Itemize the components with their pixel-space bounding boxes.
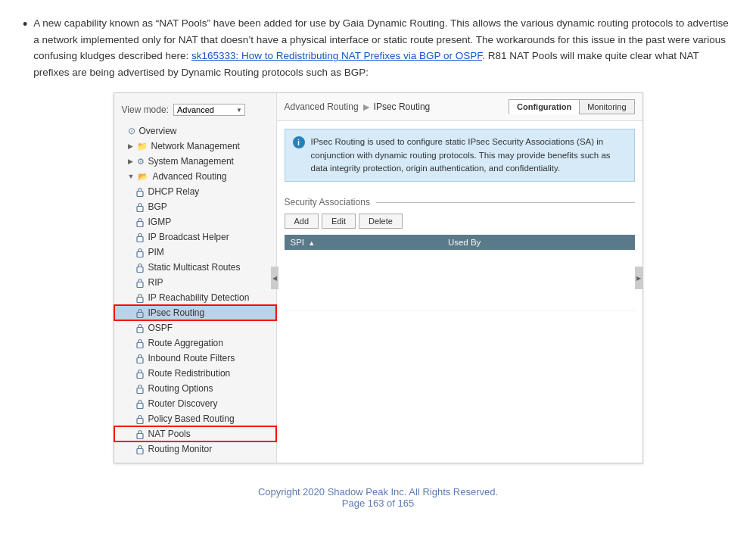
sidebar-label-ip-reachability-detection: IP Reachability Detection: [148, 292, 250, 303]
info-box: i IPsec Routing is used to configure sta…: [285, 129, 635, 182]
svg-rect-3: [137, 236, 143, 242]
svg-rect-6: [137, 282, 143, 287]
footer-line2: Page 163 of 165: [23, 498, 733, 509]
sidebar-item-overview[interactable]: ⊙ Overview: [114, 123, 276, 139]
sidebar-item-policy-based-routing[interactable]: Policy Based Routing: [114, 411, 276, 426]
lock-icon-igmp: [135, 217, 145, 227]
expand-icon-system: ▶: [128, 158, 133, 165]
view-mode-select-wrapper: Advanced: [173, 104, 245, 116]
svg-rect-16: [137, 433, 143, 438]
svg-rect-7: [137, 297, 143, 302]
sidebar-collapse-arrow[interactable]: ◀: [271, 267, 278, 289]
svg-rect-14: [137, 403, 143, 408]
gear-icon-system: ⚙: [137, 157, 145, 167]
lock-icon-dhcp: [135, 187, 145, 197]
sidebar-label-network-management: Network Management: [151, 141, 240, 151]
right-panel: Advanced Routing ▶ IPsec Routing Configu…: [277, 93, 642, 463]
section-divider: [376, 202, 635, 203]
svg-rect-5: [137, 267, 143, 272]
sidebar-item-dhcp-relay[interactable]: DHCP Relay: [114, 184, 276, 199]
sidebar-item-route-aggregation[interactable]: Route Aggregation: [114, 335, 276, 351]
expand-icon-advanced-routing: ▼: [128, 173, 135, 180]
lock-icon-ipsec-routing: [135, 308, 145, 318]
svg-rect-13: [137, 388, 143, 393]
sidebar-label-bgp: BGP: [148, 201, 167, 212]
add-button[interactable]: Add: [285, 214, 319, 229]
paragraph-text: A new capability known as “NAT Pools” ha…: [33, 15, 733, 80]
sidebar-item-igmp[interactable]: IGMP: [114, 214, 276, 229]
sidebar-item-router-discovery[interactable]: Router Discovery: [114, 396, 276, 411]
sidebar-item-route-redistribution[interactable]: Route Redistribution: [114, 366, 276, 381]
info-text: IPsec Routing is used to configure stati…: [311, 136, 627, 175]
sidebar-label-ipsec-routing: IPsec Routing: [148, 307, 205, 318]
sidebar-label-igmp: IGMP: [148, 217, 172, 227]
folder-icon-advanced-routing: 📂: [138, 172, 148, 182]
folder-icon-network: 📁: [137, 142, 148, 151]
svg-rect-11: [137, 357, 143, 363]
sidebar-item-static-multicast-routes[interactable]: Static Multicast Routes: [114, 260, 276, 275]
lock-icon-routing-monitor: [135, 445, 145, 454]
sidebar-item-bgp[interactable]: BGP: [114, 199, 276, 214]
col-header-spi[interactable]: SPI ▲: [285, 235, 442, 250]
svg-rect-1: [137, 206, 143, 211]
view-mode-row: View mode: Advanced: [114, 99, 276, 123]
edit-button[interactable]: Edit: [322, 214, 356, 229]
action-buttons: Add Edit Delete: [285, 214, 635, 229]
section-title-row: Security Associations: [285, 197, 635, 207]
configuration-button[interactable]: Configuration: [509, 99, 579, 114]
sidebar-label-static-multicast-routes: Static Multicast Routes: [148, 262, 241, 273]
sidebar-item-ipsec-routing[interactable]: IPsec Routing: [114, 305, 276, 320]
ui-screenshot: ◀ View mode: Advanced ⊙ Overview ▶ 📁: [114, 92, 643, 463]
lock-icon-route-aggregation: [135, 338, 145, 348]
page-footer: Copyright 2020 Shadow Peak Inc. All Righ…: [23, 486, 733, 524]
sidebar-item-routing-options[interactable]: Routing Options: [114, 381, 276, 396]
sidebar-label-advanced-routing: Advanced Routing: [152, 171, 226, 182]
sidebar-label-router-discovery: Router Discovery: [148, 398, 218, 409]
svg-rect-15: [137, 418, 143, 423]
sort-arrow-spi: ▲: [308, 239, 315, 247]
sidebar-label-routing-monitor: Routing Monitor: [148, 444, 213, 454]
sidebar-item-rip[interactable]: RIP: [114, 275, 276, 290]
view-mode-select[interactable]: Advanced: [173, 104, 245, 116]
lock-icon-router-discovery: [135, 399, 145, 409]
sidebar-item-ip-broadcast-helper[interactable]: IP Broadcast Helper: [114, 229, 276, 245]
sidebar-label-nat-pools: NAT Pools: [148, 429, 191, 439]
right-collapse-arrow[interactable]: ▶: [635, 267, 642, 289]
bullet-dot: •: [23, 15, 27, 80]
lock-icon-pim: [135, 248, 145, 257]
sidebar-item-ospf[interactable]: OSPF: [114, 320, 276, 335]
sidebar-label-route-aggregation: Route Aggregation: [148, 338, 223, 348]
monitoring-button[interactable]: Monitoring: [579, 99, 634, 114]
svg-rect-0: [137, 191, 143, 196]
lock-icon-ospf: [135, 323, 145, 333]
sidebar-label-pim: PIM: [148, 247, 164, 257]
sidebar-item-ip-reachability-detection[interactable]: IP Reachability Detection: [114, 290, 276, 305]
breadcrumb-part1: Advanced Routing: [285, 101, 359, 112]
sidebar-label-policy-based-routing: Policy Based Routing: [148, 413, 235, 424]
lock-icon-ip-broadcast: [135, 232, 145, 242]
sidebar-item-advanced-routing[interactable]: ▼ 📂 Advanced Routing: [114, 169, 276, 184]
sidebar-item-inbound-route-filters[interactable]: Inbound Route Filters: [114, 351, 276, 366]
sidebar-item-pim[interactable]: PIM: [114, 245, 276, 260]
lock-icon-policy-based-routing: [135, 414, 145, 424]
sidebar-label-overview: Overview: [139, 126, 177, 136]
delete-button[interactable]: Delete: [359, 214, 403, 229]
lock-icon-static-multicast: [135, 263, 145, 273]
lock-icon-route-redistribution: [135, 369, 145, 379]
sidebar-item-nat-pools[interactable]: NAT Pools: [114, 426, 276, 441]
sidebar-item-system-management[interactable]: ▶ ⚙ System Management: [114, 154, 276, 169]
sidebar-item-routing-monitor[interactable]: Routing Monitor: [114, 441, 276, 457]
table-empty-row: [285, 250, 635, 310]
svg-rect-8: [137, 312, 143, 317]
view-mode-label: View mode:: [122, 104, 169, 115]
security-associations-section: Security Associations Add Edit Delete SP…: [277, 189, 642, 311]
security-associations-table: SPI ▲ Used By: [285, 235, 635, 311]
svg-rect-9: [137, 327, 143, 332]
main-content-text: • A new capability known as “NAT Pools” …: [23, 15, 733, 80]
sidebar-label-ospf: OSPF: [148, 323, 173, 333]
sidebar-item-network-management[interactable]: ▶ 📁 Network Management: [114, 139, 276, 154]
sk-link[interactable]: sk165333: How to Redistributing NAT Pref…: [191, 50, 482, 61]
col-header-used-by[interactable]: Used By: [442, 235, 635, 250]
svg-rect-10: [137, 342, 143, 348]
sidebar-label-rip: RIP: [148, 277, 163, 288]
